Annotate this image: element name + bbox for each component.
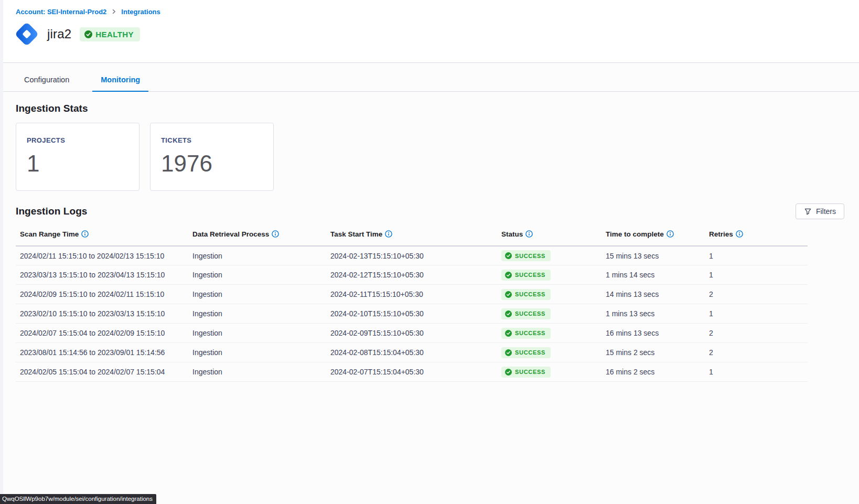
cell-process: Ingestion (188, 304, 326, 324)
status-bar-url: QwqOSllWp9ob7w/module/sei/configuration/… (0, 494, 156, 504)
cell-scan-range: 2023/02/10 15:15:10 to 2023/03/13 15:15:… (16, 304, 188, 324)
log-row[interactable]: 2024/02/11 15:15:10 to 2024/02/13 15:15:… (16, 246, 808, 265)
status-badge: SUCCESS (501, 250, 551, 261)
ingestion-logs-table: Scan Range Time Data Retrieval Process T… (16, 227, 808, 382)
ingestion-logs-header: Ingestion Logs Filters (16, 203, 808, 219)
tab-configuration[interactable]: Configuration (16, 76, 78, 92)
cell-scan-range: 2024/02/05 15:15:04 to 2024/02/07 15:15:… (16, 362, 188, 382)
column-label: Retries (709, 230, 733, 238)
cell-scan-range: 2023/03/13 15:15:10 to 2023/04/13 15:15:… (16, 265, 188, 285)
column-header-time-to-complete: Time to complete (602, 227, 705, 246)
cell-retries: 2 (705, 343, 808, 362)
column-label: Scan Range Time (20, 230, 79, 238)
status-badge: SUCCESS (501, 347, 551, 358)
log-row[interactable]: 2024/02/07 15:15:04 to 2024/02/09 15:15:… (16, 324, 808, 343)
cell-time-to-complete: 15 mins 2 secs (602, 343, 705, 362)
check-circle-icon (505, 369, 512, 376)
status-badge: SUCCESS (501, 270, 551, 281)
column-header-data-retrieval-process: Data Retrieval Process (188, 227, 326, 246)
filters-button[interactable]: Filters (796, 203, 844, 219)
info-icon[interactable] (385, 230, 392, 238)
column-label: Task Start Time (330, 230, 382, 238)
cell-process: Ingestion (188, 362, 326, 382)
status-badge: SUCCESS (501, 367, 551, 378)
info-icon[interactable] (736, 230, 743, 238)
cell-process: Ingestion (188, 246, 326, 265)
cell-scan-range: 2024/02/07 15:15:04 to 2024/02/09 15:15:… (16, 324, 188, 343)
cell-time-to-complete: 15 mins 13 secs (602, 246, 705, 265)
cell-task-start: 2024-02-09T15:15:10+05:30 (326, 324, 497, 343)
cell-status: SUCCESS (497, 304, 602, 324)
cell-scan-range: 2023/08/01 15:14:56 to 2023/09/01 15:14:… (16, 343, 188, 362)
ingestion-logs-heading: Ingestion Logs (16, 206, 88, 217)
info-icon[interactable] (525, 230, 533, 238)
log-row[interactable]: 2024/02/09 15:15:10 to 2024/02/11 15:15:… (16, 285, 808, 304)
ingestion-stats-cards: PROJECTS 1 TICKETS 1976 (16, 123, 859, 191)
log-row[interactable]: 2023/02/10 15:15:10 to 2023/03/13 15:15:… (16, 304, 808, 324)
column-label: Data Retrieval Process (192, 230, 269, 238)
column-label: Time to complete (606, 230, 664, 238)
check-circle-icon (505, 252, 512, 259)
cell-retries: 2 (705, 324, 808, 343)
status-label: SUCCESS (515, 291, 545, 297)
stat-card-tickets: TICKETS 1976 (150, 123, 274, 191)
collapsed-nav-strip (0, 0, 3, 504)
ingestion-stats-heading: Ingestion Stats (16, 103, 859, 114)
cell-scan-range: 2024/02/09 15:15:10 to 2024/02/11 15:15:… (16, 285, 188, 304)
check-circle-icon (505, 310, 512, 317)
cell-retries: 1 (705, 265, 808, 285)
status-label: SUCCESS (515, 272, 545, 278)
cell-status: SUCCESS (497, 285, 602, 304)
filters-button-label: Filters (816, 207, 836, 216)
monitoring-content: Configuration Monitoring Ingestion Stats… (0, 63, 859, 504)
column-header-status: Status (497, 227, 602, 246)
column-header-retries: Retries (705, 227, 808, 246)
cell-task-start: 2024-02-10T15:15:10+05:30 (326, 304, 497, 324)
breadcrumb-integrations-link[interactable]: Integrations (121, 8, 160, 16)
cell-task-start: 2024-02-13T15:15:10+05:30 (326, 246, 497, 265)
health-status-badge: HEALTHY (80, 27, 140, 41)
log-row[interactable]: 2024/02/05 15:15:04 to 2024/02/07 15:15:… (16, 362, 808, 382)
log-row[interactable]: 2023/08/01 15:14:56 to 2023/09/01 15:14:… (16, 343, 808, 362)
stat-label: TICKETS (161, 136, 263, 144)
cell-status: SUCCESS (497, 246, 602, 265)
cell-process: Ingestion (188, 265, 326, 285)
cell-status: SUCCESS (497, 362, 602, 382)
cell-task-start: 2024-02-11T15:15:10+05:30 (326, 285, 497, 304)
cell-process: Ingestion (188, 343, 326, 362)
table-header-row: Scan Range Time Data Retrieval Process T… (16, 227, 808, 246)
cell-time-to-complete: 16 mins 2 secs (602, 362, 705, 382)
cell-task-start: 2024-02-07T15:15:04+05:30 (326, 362, 497, 382)
stat-value: 1 (27, 151, 128, 177)
info-icon[interactable] (667, 230, 674, 238)
check-circle-icon (505, 291, 512, 298)
cell-retries: 1 (705, 246, 808, 265)
breadcrumb: Account: SEI-Internal-Prod2 Integrations (16, 7, 859, 16)
integration-title-row: jira2 HEALTHY (16, 20, 859, 48)
tab-monitoring[interactable]: Monitoring (92, 76, 148, 92)
status-label: SUCCESS (515, 330, 545, 336)
chevron-right-icon (111, 8, 117, 15)
cell-time-to-complete: 1 mins 14 secs (602, 265, 705, 285)
cell-process: Ingestion (188, 324, 326, 343)
cell-task-start: 2024-02-12T15:15:10+05:30 (326, 265, 497, 285)
stat-card-projects: PROJECTS 1 (16, 123, 139, 191)
status-label: SUCCESS (515, 349, 545, 356)
cell-task-start: 2024-02-08T15:15:04+05:30 (326, 343, 497, 362)
status-label: SUCCESS (515, 310, 545, 317)
cell-scan-range: 2024/02/11 15:15:10 to 2024/02/13 15:15:… (16, 246, 188, 265)
cell-process: Ingestion (188, 285, 326, 304)
cell-time-to-complete: 16 mins 13 secs (602, 324, 705, 343)
cell-status: SUCCESS (497, 343, 602, 362)
log-row[interactable]: 2023/03/13 15:15:10 to 2023/04/13 15:15:… (16, 265, 808, 285)
cell-retries: 2 (705, 285, 808, 304)
jira-logo-icon (13, 20, 41, 48)
info-icon[interactable] (81, 230, 89, 238)
status-label: SUCCESS (515, 253, 545, 259)
info-icon[interactable] (272, 230, 279, 238)
status-label: SUCCESS (515, 369, 545, 375)
breadcrumb-account-link[interactable]: Account: SEI-Internal-Prod2 (16, 8, 106, 16)
cell-time-to-complete: 14 mins 13 secs (602, 285, 705, 304)
column-label: Status (501, 230, 523, 238)
cell-status: SUCCESS (497, 324, 602, 343)
